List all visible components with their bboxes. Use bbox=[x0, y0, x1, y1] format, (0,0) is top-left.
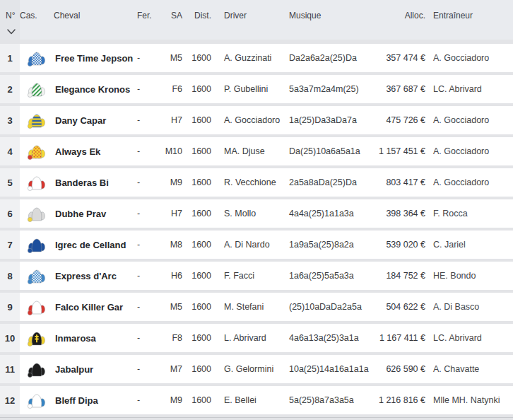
fer-cell: - bbox=[134, 53, 164, 63]
horse-name[interactable]: Elegance Kronos bbox=[54, 84, 134, 95]
dist-cell: 1600 bbox=[182, 302, 212, 312]
alloc-cell: 475 726 € bbox=[368, 115, 427, 125]
row-number: 12 bbox=[0, 386, 20, 414]
musique-cell: 5a3a7m2a4m(25) bbox=[287, 84, 368, 94]
musique-cell: 4a6a13a(25)3a1a bbox=[287, 333, 368, 343]
trainer-name: F. Rocca bbox=[427, 209, 513, 218]
horse-name[interactable]: Jabalpur bbox=[54, 364, 134, 375]
table-row[interactable]: 2 Elegance Kronos - F6 1600 P. Gubellini… bbox=[0, 75, 513, 103]
driver-name: F. Facci bbox=[212, 271, 287, 281]
table-row[interactable]: 12 Bleff Dipa - M9 1600 E. Bellei 5a(25)… bbox=[0, 386, 513, 414]
fer-cell: - bbox=[134, 84, 164, 94]
horse-name[interactable]: Dubhe Prav bbox=[54, 209, 134, 219]
silk-icon bbox=[20, 81, 54, 98]
horse-name[interactable]: Free Time Jepson bbox=[54, 53, 134, 64]
dist-cell: 1600 bbox=[182, 333, 212, 343]
column-header-driver: Driver bbox=[212, 11, 287, 21]
horse-name[interactable]: Express d'Arc bbox=[54, 271, 134, 281]
column-header-musique: Musique bbox=[287, 11, 368, 21]
alloc-cell: 803 417 € bbox=[368, 177, 427, 187]
trainer-name: A. Gocciadoro bbox=[427, 115, 513, 125]
silk-icon bbox=[20, 298, 54, 316]
row-number: 9 bbox=[0, 293, 20, 321]
fer-cell: - bbox=[134, 115, 164, 125]
alloc-cell: 398 364 € bbox=[368, 209, 427, 218]
alloc-cell: 1 216 816 € bbox=[368, 395, 427, 405]
horse-name[interactable]: Banderas Bi bbox=[54, 177, 134, 188]
horse-name[interactable]: Igrec de Celland bbox=[54, 240, 134, 250]
row-number: 2 bbox=[0, 75, 20, 103]
musique-cell: 1a6a(25)5a5a3a bbox=[287, 271, 368, 281]
silk-icon bbox=[20, 174, 54, 192]
column-header-cheval: Cheval bbox=[54, 11, 134, 21]
dist-cell: 1600 bbox=[182, 240, 212, 250]
fer-cell: - bbox=[134, 146, 164, 156]
row-number: 10 bbox=[0, 324, 20, 352]
horse-name[interactable]: Inmarosa bbox=[54, 333, 134, 344]
trainer-name: A. Di Basco bbox=[427, 302, 513, 312]
silk-icon bbox=[20, 329, 54, 347]
silk-icon bbox=[20, 205, 54, 223]
trainer-name: Mlle MH. Natynki bbox=[427, 395, 513, 405]
musique-cell: (25)10aDaDa2a5a bbox=[287, 302, 368, 312]
table-row[interactable]: 4 Always Ek - M10 1600 MA. Djuse Da(25)1… bbox=[0, 137, 513, 165]
table-row[interactable]: 7 Igrec de Celland - M8 1600 A. Di Nardo… bbox=[0, 231, 513, 259]
alloc-cell: 357 474 € bbox=[368, 53, 427, 63]
table-row[interactable]: 11 Jabalpur - M7 1600 G. Gelormini 10a(2… bbox=[0, 355, 513, 383]
horse-name[interactable]: Bleff Dipa bbox=[54, 395, 134, 406]
silk-icon bbox=[20, 267, 54, 285]
table-row[interactable]: 3 Dany Capar - H7 1600 A. Gocciadoro 1a(… bbox=[0, 106, 513, 134]
row-number: 6 bbox=[0, 199, 20, 228]
table-row[interactable]: 5 Banderas Bi - M9 1600 R. Vecchione 2a5… bbox=[0, 168, 513, 197]
sa-cell: H6 bbox=[164, 271, 182, 281]
trainer-name: A. Gocciadoro bbox=[427, 146, 513, 156]
table-row[interactable]: 6 Dubhe Prav - H7 1600 S. Mollo 4a4a(25)… bbox=[0, 199, 513, 228]
chevron-down-icon[interactable] bbox=[6, 27, 17, 37]
driver-name: R. Vecchione bbox=[212, 177, 287, 187]
driver-name: A. Gocciadoro bbox=[212, 115, 287, 125]
fer-cell: - bbox=[134, 364, 164, 374]
driver-name: M. Stefani bbox=[212, 302, 287, 312]
row-number: 7 bbox=[0, 231, 20, 259]
table-row[interactable]: 10 Inmarosa - F8 1600 L. Abrivard 4a6a13… bbox=[0, 324, 513, 352]
fer-cell: - bbox=[134, 395, 164, 405]
dist-cell: 1600 bbox=[182, 271, 212, 281]
fer-cell: - bbox=[134, 302, 164, 312]
horse-name[interactable]: Dany Capar bbox=[54, 115, 134, 126]
trainer-name: LC. Abrivard bbox=[427, 333, 513, 343]
alloc-cell: 367 687 € bbox=[368, 84, 427, 94]
driver-name: MA. Djuse bbox=[212, 146, 287, 156]
column-header-dist: Dist. bbox=[182, 11, 212, 21]
horse-name[interactable]: Falco Killer Gar bbox=[54, 302, 134, 313]
trainer-name: C. Jariel bbox=[427, 240, 513, 250]
sa-cell: F6 bbox=[164, 84, 182, 94]
table-row[interactable]: 9 Falco Killer Gar - M5 1600 M. Stefani … bbox=[0, 293, 513, 321]
dist-cell: 1600 bbox=[182, 115, 212, 125]
dist-cell: 1600 bbox=[182, 364, 212, 374]
table-row[interactable]: 1 Free Time Jepson - M5 1600 A. Guzzinat… bbox=[0, 44, 513, 72]
fer-cell: - bbox=[134, 240, 164, 250]
horse-name[interactable]: Always Ek bbox=[54, 146, 134, 157]
column-header-alloc: Alloc. bbox=[368, 11, 427, 21]
musique-cell: 2a5a8aDa(25)Da bbox=[287, 177, 368, 187]
column-header-sa: SA bbox=[164, 11, 182, 21]
alloc-cell: 184 752 € bbox=[368, 271, 427, 281]
sa-cell: F8 bbox=[164, 333, 182, 343]
trainer-name: HE. Bondo bbox=[427, 271, 513, 281]
silk-icon bbox=[20, 112, 54, 129]
alloc-cell: 504 622 € bbox=[368, 302, 427, 312]
driver-name: G. Gelormini bbox=[212, 364, 287, 374]
silk-icon bbox=[20, 361, 54, 378]
table-row[interactable]: 8 Express d'Arc - H6 1600 F. Facci 1a6a(… bbox=[0, 262, 513, 290]
driver-name: S. Mollo bbox=[212, 209, 287, 218]
fer-cell: - bbox=[134, 271, 164, 281]
race-card-table: N° Cas. Cheval Fer. SA Dist. Driver Musi… bbox=[0, 0, 513, 420]
row-number: 11 bbox=[0, 355, 20, 383]
sa-cell: M9 bbox=[164, 395, 182, 405]
column-header-num[interactable]: N° bbox=[0, 11, 20, 21]
driver-name: L. Abrivard bbox=[212, 333, 287, 343]
fer-cell: - bbox=[134, 333, 164, 343]
sa-cell: M8 bbox=[164, 240, 182, 250]
sa-cell: M5 bbox=[164, 53, 182, 63]
sa-cell: M7 bbox=[164, 364, 182, 374]
